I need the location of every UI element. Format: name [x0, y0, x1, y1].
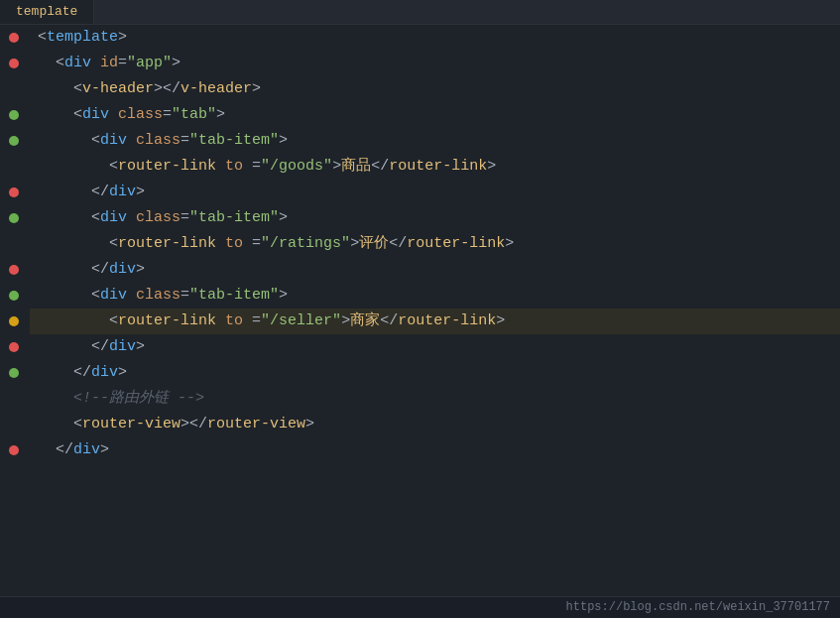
code-line: <div id="app"> — [0, 51, 840, 76]
code-area: <template> <div id="app"> <v-header></v-… — [0, 25, 840, 596]
token-plain — [216, 232, 225, 256]
token-tag-name-component: router-link — [118, 155, 216, 179]
token-tag-bracket: < — [73, 103, 82, 127]
token-tag-name-component: router-view — [82, 413, 180, 436]
token-tag-name-component: router-link — [389, 155, 487, 179]
token-attr-value: "/seller" — [261, 309, 341, 333]
line-content: <div class="tab"> — [30, 102, 840, 128]
token-tag-bracket: </ — [56, 438, 73, 462]
token-attr-value: "tab-item" — [189, 284, 279, 308]
token-tag-bracket: ></ — [154, 77, 180, 101]
token-tag-bracket: </ — [371, 155, 389, 179]
token-plain: = — [180, 284, 189, 308]
token-attr-name: to — [225, 155, 243, 179]
token-tag-bracket: > — [505, 232, 514, 256]
indent-space — [38, 206, 91, 230]
token-tag-name-component: router-link — [398, 309, 496, 333]
token-plain — [109, 103, 118, 127]
line-content: <div class="tab-item"> — [30, 283, 840, 309]
code-line: </div> — [0, 257, 840, 283]
line-gutter — [0, 334, 30, 360]
line-content: <div class="tab-item"> — [30, 128, 840, 154]
line-content: <router-link to ="/seller">商家</router-li… — [30, 309, 840, 334]
token-plain: = — [118, 52, 127, 75]
token-attr-name: id — [100, 52, 118, 75]
line-gutter — [0, 154, 30, 180]
line-gutter — [0, 257, 30, 283]
indent-space — [38, 181, 91, 204]
gutter-dot-green — [9, 136, 19, 146]
token-tag-name: div — [82, 103, 109, 127]
indent-space — [38, 387, 73, 411]
token-tag-name: div — [73, 438, 100, 462]
token-tag-bracket: > — [136, 181, 145, 204]
gutter-dot-green — [9, 213, 19, 223]
token-plain — [127, 129, 136, 153]
token-text-content: 商品 — [341, 155, 371, 179]
code-line: <router-link to ="/ratings">评价</router-l… — [0, 231, 840, 257]
token-plain: = — [243, 155, 261, 179]
token-tag-name-component: router-link — [118, 309, 216, 333]
editor-container: template <template> <div id="app"> <v-he… — [0, 0, 840, 618]
token-tag-name: template — [47, 26, 118, 50]
token-tag-bracket: > — [279, 206, 288, 230]
token-tag-bracket: > — [118, 26, 127, 50]
token-tag-name-component: router-link — [118, 232, 216, 256]
token-tag-bracket: > — [341, 309, 350, 333]
gutter-dot-red — [9, 33, 19, 43]
indent-space — [38, 77, 73, 101]
token-tag-bracket: < — [73, 413, 82, 436]
token-tag-bracket: > — [279, 129, 288, 153]
token-tag-bracket: ></ — [180, 413, 207, 436]
token-tag-bracket: < — [109, 309, 118, 333]
token-tag-bracket: > — [487, 155, 496, 179]
token-plain — [127, 284, 136, 308]
token-tag-bracket: < — [91, 129, 100, 153]
status-bar: https://blog.csdn.net/weixin_37701177 — [0, 596, 840, 618]
line-content: <router-link to ="/goods">商品</router-lin… — [30, 154, 840, 180]
code-line: <div class="tab-item"> — [0, 283, 840, 309]
token-plain — [216, 309, 225, 333]
code-line: <!--路由外链 --> — [0, 386, 840, 412]
status-url: https://blog.csdn.net/weixin_37701177 — [566, 598, 830, 617]
line-gutter — [0, 231, 30, 257]
token-plain — [91, 52, 100, 75]
token-tag-name-component: v-header — [82, 77, 154, 101]
token-tag-bracket: < — [109, 155, 118, 179]
token-attr-name: class — [136, 129, 180, 153]
gutter-dot-yellow — [9, 316, 19, 326]
gutter-dot-red — [9, 265, 19, 275]
token-tag-name: div — [109, 335, 136, 359]
gutter-dot-green — [9, 368, 19, 378]
token-attr-value: "tab" — [172, 103, 216, 127]
code-line: <router-view></router-view> — [0, 412, 840, 437]
line-gutter — [0, 309, 30, 334]
line-content: <v-header></v-header> — [30, 76, 840, 102]
token-tag-name-component: router-link — [407, 232, 505, 256]
token-attr-value: "tab-item" — [189, 206, 279, 230]
line-content: <template> — [30, 25, 840, 51]
code-line: <v-header></v-header> — [0, 76, 840, 102]
gutter-dot-red — [9, 342, 19, 352]
line-gutter — [0, 437, 30, 463]
token-tag-bracket: </ — [380, 309, 398, 333]
indent-space — [38, 258, 91, 282]
token-tag-bracket: </ — [91, 258, 109, 282]
line-gutter — [0, 102, 30, 128]
token-tag-bracket: < — [91, 206, 100, 230]
line-content: </div> — [30, 437, 840, 463]
gutter-dot-green — [9, 110, 19, 120]
line-content: </div> — [30, 334, 840, 360]
line-gutter — [0, 412, 30, 437]
line-gutter — [0, 205, 30, 231]
line-gutter — [0, 76, 30, 102]
token-tag-name: div — [91, 361, 118, 385]
token-attr-name: to — [225, 309, 243, 333]
token-tag-name: div — [64, 52, 91, 75]
line-gutter — [0, 25, 30, 51]
indent-space — [38, 284, 91, 308]
line-content: <!--路由外链 --> — [30, 386, 840, 412]
line-gutter — [0, 128, 30, 154]
tab-template[interactable]: template — [0, 0, 94, 24]
line-gutter — [0, 51, 30, 76]
